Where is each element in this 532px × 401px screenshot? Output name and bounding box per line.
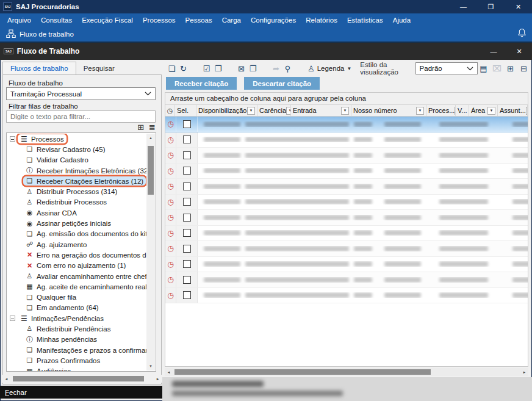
row-checkbox[interactable] — [183, 260, 191, 268]
receber-citacao-button[interactable]: Receber citação — [166, 77, 237, 90]
column-filter-icon[interactable]: ▼ — [526, 107, 528, 115]
tab-pesquisar[interactable]: Pesquisar — [76, 62, 122, 75]
legend-dropdown[interactable]: ♙ Legenda ▼ — [307, 62, 351, 74]
tree-item-assinar-cda[interactable]: ◉ Assinar CDA — [7, 208, 146, 218]
tree-item-redistribuir-processos[interactable]: ♙ Redistribuir Processos — [7, 197, 146, 208]
tree-scrollbar-thumb[interactable] — [148, 146, 154, 195]
inner-close-button[interactable]: ✕ — [506, 43, 532, 60]
tree-vertical-scrollbar[interactable]: ▴ ▾ — [146, 134, 155, 370]
tab-fluxos-de-trabalho[interactable]: Fluxos de trabalho — [2, 62, 76, 75]
scroll-down-icon[interactable]: ▾ — [146, 362, 155, 370]
scroll-left-icon[interactable]: ◂ — [165, 370, 173, 375]
select-marked-icon[interactable]: ☑ — [201, 62, 212, 74]
grid-hscrollbar-thumb[interactable] — [174, 369, 431, 375]
filter-input[interactable] — [6, 110, 156, 123]
forward-icon[interactable]: ➦ — [270, 62, 282, 74]
copy-cards-icon[interactable]: ❐ — [212, 62, 224, 74]
column-filter-icon[interactable]: ▼ — [487, 107, 495, 115]
grid-row[interactable]: ◷ — [165, 288, 528, 304]
print-icon[interactable]: ⊟ — [518, 62, 530, 74]
clock-column-header[interactable]: ◷ — [165, 105, 175, 116]
fechar-button[interactable]: Fechar — [0, 389, 27, 396]
preview-document-icon[interactable]: ⚲ — [282, 62, 293, 74]
toolbar-icon[interactable] — [259, 62, 270, 74]
grid-horizontal-scrollbar[interactable]: ◂ ▸ — [165, 368, 528, 376]
grid-row[interactable]: ◷ — [165, 179, 528, 195]
grid-row[interactable]: ◷ — [165, 195, 528, 211]
menu-item[interactable]: Configurações — [246, 13, 301, 27]
tree-item-com-erro-ajuizamento[interactable]: ✕ Com erro no ajuizamento (1) — [7, 261, 146, 271]
workflow-toolbar-button[interactable]: Fluxo de trabalho — [6, 29, 74, 40]
group-by-bar[interactable]: Arraste um cabeçalho de coluna aqui para… — [165, 93, 528, 105]
delete-view-icon[interactable]: ⌧ — [491, 62, 503, 74]
column-filter-icon[interactable]: ▼ — [286, 107, 291, 115]
row-checkbox[interactable] — [183, 198, 191, 206]
menu-item[interactable]: Execução Fiscal — [77, 13, 138, 27]
row-checkbox[interactable] — [183, 135, 191, 143]
tree-item-assinar-peticoes[interactable]: ◉ Assinar petições iniciais — [7, 218, 146, 228]
column-entrada[interactable]: Entrada ▼ — [291, 105, 351, 116]
grid-row[interactable]: ◷ — [165, 210, 528, 226]
grid-row[interactable]: ◷ — [165, 164, 528, 179]
column-filter-icon[interactable]: ▼ — [247, 107, 255, 115]
row-checkbox[interactable] — [183, 214, 191, 222]
row-checkbox[interactable] — [183, 229, 191, 237]
toolbar-icon[interactable] — [189, 62, 201, 74]
hierarchy-view-icon[interactable]: ⊞ — [505, 62, 516, 74]
scroll-up-icon[interactable]: ▴ — [146, 134, 155, 142]
tree-item-audiencias[interactable]: ▦ Audiências — [7, 366, 146, 371]
toolbar-icon[interactable] — [293, 62, 305, 74]
refresh-icon[interactable]: ↻ — [178, 62, 189, 74]
grid-row[interactable]: ◷ — [165, 148, 528, 164]
inner-minimize-button[interactable]: — — [481, 43, 506, 60]
menu-item[interactable]: Processos — [138, 13, 181, 27]
toolbar-icon[interactable] — [224, 62, 235, 74]
tree-item-minhas-pendencias[interactable]: ⓘ Minhas pendências — [7, 334, 146, 345]
row-checkbox[interactable] — [183, 245, 191, 253]
tree-item-avaliar-encaminhamento[interactable]: ♙ Avaliar encaminhamento entre chefias (… — [7, 271, 146, 281]
scroll-right-icon[interactable]: ▸ — [520, 370, 528, 375]
column-filter-icon[interactable]: ▼ — [341, 107, 349, 115]
grid-row[interactable]: ◷ — [165, 257, 528, 273]
restore-button[interactable]: ❐ — [477, 0, 505, 13]
style-select[interactable]: Padrão — [415, 62, 478, 74]
tree-item-ag-aceite[interactable]: ▦ Ag. aceite de encaminhamento realizado… — [7, 281, 146, 292]
column-area[interactable]: Área ▼ — [469, 105, 498, 116]
menu-item[interactable]: Ajuda — [388, 13, 415, 27]
tree-item-em-andamento[interactable]: ❏ Em andamento (64) — [7, 303, 146, 313]
column-processo[interactable]: Proces... ▼ — [426, 105, 456, 116]
menu-item[interactable]: Pessoas — [181, 13, 217, 27]
menu-item[interactable]: Carga — [217, 13, 246, 27]
save-view-icon[interactable]: ▤ — [478, 62, 489, 74]
close-button[interactable]: ✕ — [505, 0, 532, 13]
workflow-select[interactable]: Tramitação Processual — [6, 87, 156, 100]
row-checkbox[interactable] — [183, 167, 191, 175]
row-checkbox[interactable] — [183, 291, 191, 299]
row-checkbox[interactable] — [183, 151, 191, 159]
tree-item-revisar-cadastro[interactable]: ❏ Revisar Cadastro (45) — [7, 144, 146, 154]
minimize-button[interactable]: — — [450, 0, 477, 13]
collapse-expander-icon[interactable] — [10, 136, 15, 142]
new-document-icon[interactable]: ❏ — [166, 62, 178, 74]
tree-item-ag-emissao[interactable]: ❏ Ag. emissão dos documentos do kit — [7, 229, 146, 239]
tree-item-processos[interactable]: ☰ Processos — [7, 134, 146, 144]
tree-item-manifestacoes-prazos[interactable]: ❏ Manifestações e prazos a confirmar — [7, 345, 146, 355]
grid-row[interactable]: ◷ — [165, 241, 528, 257]
expand-tree-icon[interactable]: ⊞ — [137, 123, 144, 131]
menu-item[interactable]: Relatórios — [301, 13, 342, 27]
column-v[interactable]: V... ▼ — [456, 105, 469, 116]
menu-item[interactable]: Arquivo — [2, 13, 36, 27]
tree-item-receber-intimacoes[interactable]: ⓘ Receber Intimações Eletrônicas (325) — [7, 165, 146, 176]
grid-row[interactable]: ◷ — [165, 226, 528, 242]
tree-item-qualquer-fila[interactable]: ❏ Qualquer fila — [7, 292, 146, 302]
tree-item-redistribuir-pendencias[interactable]: ♙ Redistribuir Pendências — [7, 323, 146, 334]
row-checkbox[interactable] — [183, 182, 191, 190]
transfer-document-icon[interactable]: ❐ — [247, 62, 259, 74]
column-disponibilizacao[interactable]: Disponibilização ▼ — [196, 105, 257, 116]
column-carencia[interactable]: Carência ▼ — [257, 105, 291, 116]
tree-horizontal-scrollbar[interactable]: ◂ ▸ — [2, 375, 162, 383]
tree-item-distribuir-processos[interactable]: ♙ Distribuir Processos (314) — [7, 186, 146, 197]
tree-item-ag-ajuizamento[interactable]: ☍ Ag. ajuizamento — [7, 239, 146, 250]
row-checkbox[interactable] — [183, 276, 191, 284]
collapse-expander-icon[interactable] — [10, 316, 15, 321]
